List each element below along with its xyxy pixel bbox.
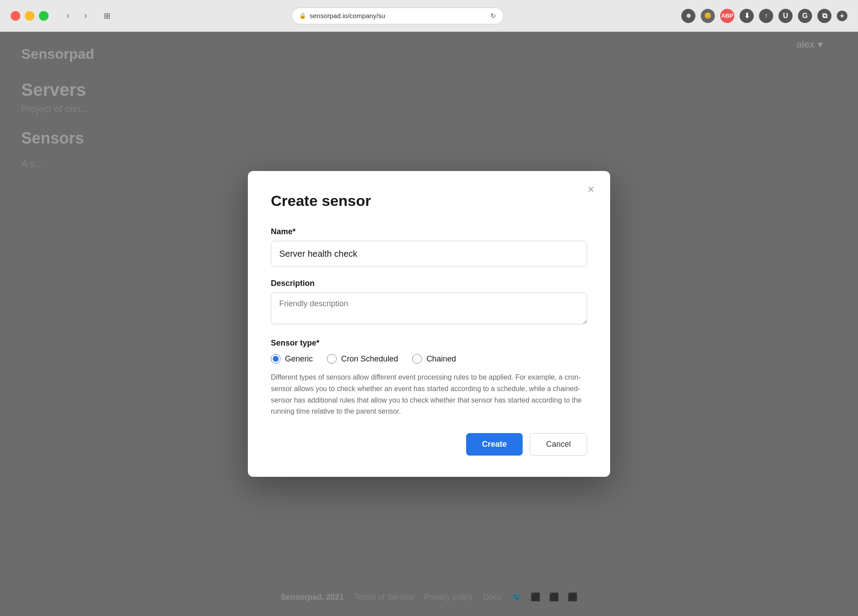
sensor-type-section: Sensor type* Generic Cron Scheduled — [271, 338, 587, 417]
nav-buttons: ‹ › — [61, 9, 93, 23]
forward-button[interactable]: › — [79, 9, 93, 23]
description-field-group: Description — [271, 279, 587, 326]
name-label: Name* — [271, 227, 587, 236]
sensor-type-radio-group: Generic Cron Scheduled Chained — [271, 354, 587, 364]
ext-2[interactable]: 😊 — [701, 9, 715, 23]
ext-share[interactable]: ↑ — [759, 9, 773, 23]
modal-close-button[interactable]: × — [584, 182, 598, 197]
radio-chained[interactable] — [412, 354, 422, 364]
create-sensor-modal: × Create sensor Name* Description Sensor… — [248, 171, 610, 476]
description-label: Description — [271, 279, 587, 288]
radio-option-chained[interactable]: Chained — [412, 354, 456, 364]
ext-download[interactable]: ⬇ — [740, 9, 754, 23]
radio-generic-label: Generic — [285, 354, 313, 364]
create-button[interactable]: Create — [466, 433, 523, 456]
sidebar-toggle-button[interactable]: ⊞ — [100, 9, 114, 23]
radio-option-generic[interactable]: Generic — [271, 354, 313, 364]
name-input[interactable] — [271, 241, 587, 266]
page-background: Sensorpad alex ▾ Servers Project of con.… — [0, 32, 858, 616]
maximize-traffic-light[interactable] — [39, 11, 49, 21]
cancel-button[interactable]: Cancel — [530, 433, 587, 456]
reload-icon[interactable]: ↻ — [490, 12, 496, 20]
browser-extensions: ⊕ 😊 ABP ⬇ ↑ U G ⧉ + — [681, 9, 847, 23]
ext-u[interactable]: U — [778, 9, 793, 23]
minimize-traffic-light[interactable] — [25, 11, 34, 21]
sensor-type-label: Sensor type* — [271, 338, 587, 348]
browser-chrome: ‹ › ⊞ 🔒 sensorpad.io/company/su ↻ ⊕ 😊 AB… — [0, 0, 858, 32]
radio-chained-label: Chained — [426, 354, 456, 364]
ext-1[interactable]: ⊕ — [681, 9, 695, 23]
ext-windows[interactable]: ⧉ — [817, 9, 831, 23]
sensor-type-description: Different types of sensors allow differe… — [271, 372, 587, 417]
modal-overlay: × Create sensor Name* Description Sensor… — [0, 32, 858, 616]
name-field-group: Name* — [271, 227, 587, 266]
address-text: sensorpad.io/company/su — [310, 12, 385, 19]
ext-plus[interactable]: + — [837, 11, 847, 21]
close-traffic-light[interactable] — [11, 11, 20, 21]
back-button[interactable]: ‹ — [61, 9, 75, 23]
description-input[interactable] — [271, 293, 587, 324]
lock-icon: 🔒 — [299, 12, 306, 19]
ext-g[interactable]: G — [798, 9, 812, 23]
address-bar[interactable]: 🔒 sensorpad.io/company/su ↻ — [292, 8, 504, 24]
modal-title: Create sensor — [271, 192, 587, 209]
radio-option-cron[interactable]: Cron Scheduled — [327, 354, 398, 364]
modal-actions: Create Cancel — [271, 433, 587, 456]
radio-generic[interactable] — [271, 354, 281, 364]
ext-abp[interactable]: ABP — [720, 9, 734, 23]
radio-cron[interactable] — [327, 354, 337, 364]
traffic-lights — [11, 11, 49, 21]
address-bar-wrapper: 🔒 sensorpad.io/company/su ↻ — [121, 8, 674, 24]
radio-cron-label: Cron Scheduled — [341, 354, 398, 364]
